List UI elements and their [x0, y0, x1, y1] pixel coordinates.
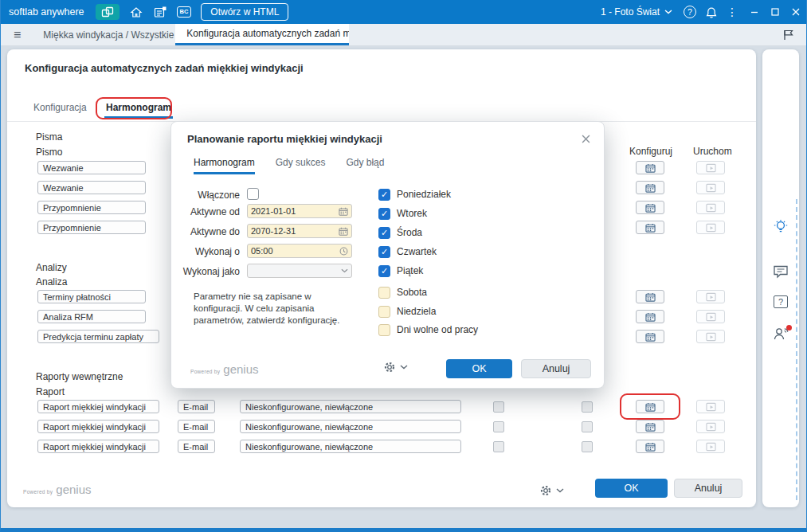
modal-ok-button[interactable]: OK — [446, 359, 512, 378]
row-checkbox[interactable] — [493, 421, 504, 432]
close-window-button[interactable] — [785, 0, 806, 24]
day-checkbox[interactable]: ✓ — [378, 246, 390, 258]
company-selector[interactable]: 1 - Foto Świat — [601, 6, 672, 18]
configure-schedule-button[interactable] — [636, 400, 664, 413]
configure-schedule-button[interactable] — [636, 161, 664, 174]
task-item[interactable]: Przypomnienie — [37, 221, 146, 234]
clock-icon[interactable] — [339, 247, 348, 256]
row-checkbox[interactable] — [493, 401, 504, 413]
task-item[interactable]: Raport miękkiej windykacji — [37, 400, 159, 413]
minimize-button[interactable] — [744, 0, 765, 24]
help-icon[interactable]: ? — [684, 6, 696, 18]
task-item[interactable]: Wezwanie — [37, 181, 146, 194]
channel-field[interactable]: E-mail — [178, 420, 215, 433]
configure-schedule-button[interactable] — [636, 330, 664, 343]
lightbulb-icon[interactable] — [772, 218, 789, 236]
run-now-button[interactable] — [696, 400, 725, 413]
tab-konfiguracja[interactable]: Konfiguracja — [33, 102, 87, 113]
settings-gear-button[interactable] — [383, 361, 408, 374]
run-now-button[interactable] — [696, 310, 725, 323]
kebab-menu-icon[interactable]: ⋮ — [727, 6, 738, 18]
status-field[interactable]: Nieskonfigurowane, niewłączone — [240, 400, 461, 413]
run-now-button[interactable] — [696, 161, 725, 174]
channel-field[interactable]: E-mail — [178, 440, 215, 453]
task-item[interactable]: Analiza RFM — [37, 310, 146, 323]
tab-miekka-windykacja[interactable]: Miękka windykacja / Wszystkie — [32, 24, 175, 45]
configure-schedule-button[interactable] — [636, 440, 664, 453]
run-at-label: Wykonaj o — [179, 246, 240, 257]
task-item[interactable]: Predykcja terminu zapłaty — [37, 330, 159, 343]
task-item[interactable]: Przypomnienie — [37, 201, 146, 214]
help-box-icon[interactable]: ? — [772, 293, 789, 311]
run-now-button[interactable] — [696, 181, 725, 194]
settings-gear-button[interactable] — [539, 484, 564, 497]
status-field[interactable]: Nieskonfigurowane, niewłączone — [240, 420, 461, 433]
day-checkbox[interactable] — [378, 324, 390, 336]
open-in-html-button[interactable]: Otwórz w HTML — [201, 3, 288, 21]
row-checkbox[interactable] — [582, 401, 593, 413]
configure-schedule-button[interactable] — [636, 181, 664, 194]
unsaved-parameters-note: Parametry nie są zapisane w konfiguracji… — [194, 291, 359, 327]
calendar-icon[interactable] — [339, 227, 348, 236]
ok-button[interactable]: OK — [595, 479, 668, 498]
softlab-logo-icon[interactable] — [96, 4, 119, 20]
modal-tab-gdy-sukces[interactable]: Gdy sukces — [276, 157, 326, 174]
notifications-bell-icon[interactable] — [706, 6, 717, 18]
run-at-input[interactable]: 05:00 — [247, 244, 352, 258]
day-label: Piątek — [397, 265, 423, 276]
hamburger-menu-icon[interactable]: ≡ — [14, 28, 21, 42]
status-field[interactable]: Nieskonfigurowane, niewłączone — [240, 440, 461, 453]
task-item[interactable]: Raport miękkiej windykacji — [37, 440, 159, 453]
run-now-button[interactable] — [696, 290, 725, 303]
task-item[interactable]: Wezwanie — [37, 161, 146, 174]
active-from-input[interactable]: 2021-01-01 — [247, 204, 352, 218]
powered-by: Powered by genius — [23, 483, 92, 496]
news-icon[interactable] — [153, 5, 167, 19]
bc-icon[interactable]: BC — [177, 6, 192, 18]
day-checkbox[interactable] — [378, 306, 390, 318]
configure-schedule-button[interactable] — [636, 290, 664, 303]
active-to-input[interactable]: 2070-12-31 — [247, 224, 352, 238]
run-now-button[interactable] — [696, 420, 725, 433]
day-label: Sobota — [397, 287, 427, 298]
configure-schedule-button[interactable] — [636, 420, 664, 433]
configure-schedule-button[interactable] — [636, 201, 664, 214]
task-item[interactable]: Terminy płatności — [37, 290, 146, 303]
modal-tab-gdy-blad[interactable]: Gdy błąd — [346, 157, 384, 174]
tab-konfiguracja-zadan[interactable]: Konfiguracja automatycznych zadań miękki… — [175, 24, 349, 45]
day-checkbox[interactable]: ✓ — [378, 208, 390, 220]
enabled-checkbox[interactable] — [247, 188, 259, 200]
run-as-select[interactable] — [247, 264, 352, 278]
close-icon[interactable] — [578, 131, 593, 146]
configure-schedule-button[interactable] — [636, 310, 664, 323]
row-checkbox[interactable] — [582, 441, 593, 452]
run-now-button[interactable] — [696, 330, 725, 343]
day-checkbox[interactable]: ✓ — [378, 189, 390, 201]
row-checkbox[interactable] — [582, 421, 593, 432]
cancel-button[interactable]: Anuluj — [674, 479, 742, 498]
run-now-button[interactable] — [696, 221, 725, 234]
calendar-icon[interactable] — [339, 207, 348, 216]
day-label: Poniedziałek — [397, 189, 451, 200]
row-checkbox[interactable] — [493, 441, 504, 452]
chevron-down-icon[interactable] — [341, 268, 348, 273]
run-now-button[interactable] — [696, 201, 725, 214]
day-checkbox[interactable]: ✓ — [378, 265, 390, 277]
run-at-value: 05:00 — [251, 246, 273, 256]
column-label-pismo: Pismo — [36, 147, 62, 158]
maximize-button[interactable] — [765, 0, 785, 24]
day-checkbox[interactable] — [378, 287, 390, 299]
channel-field[interactable]: E-mail — [178, 400, 215, 413]
chat-icon[interactable] — [772, 263, 789, 280]
modal-cancel-button[interactable]: Anuluj — [521, 359, 591, 378]
modal-tab-harmonogram[interactable]: Harmonogram — [194, 157, 255, 174]
home-icon[interactable] — [129, 5, 143, 19]
day-row: ✓Wtorek — [378, 207, 427, 220]
task-item[interactable]: Raport miękkiej windykacji — [37, 420, 159, 433]
day-checkbox[interactable]: ✓ — [378, 227, 390, 239]
tab-harmonogram[interactable]: Harmonogram — [104, 102, 173, 119]
run-now-button[interactable] — [696, 440, 725, 453]
configure-schedule-button[interactable] — [636, 221, 664, 234]
panel-flag-icon[interactable] — [782, 29, 795, 41]
titlebar: softlab anywhere BC Otwórz w HTML 1 - Fo… — [1, 0, 806, 24]
